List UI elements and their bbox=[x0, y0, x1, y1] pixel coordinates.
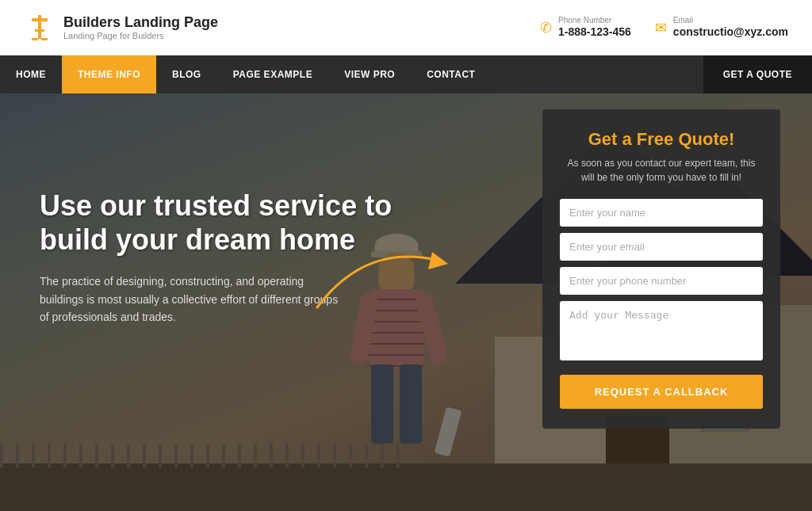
phone-number: 1-888-123-456 bbox=[558, 25, 631, 38]
logo-area: Builders Landing Page Landing Page for B… bbox=[24, 12, 218, 44]
email-contact: ✉ Email constructio@xyz.com bbox=[655, 16, 788, 39]
logo-text: Builders Landing Page Landing Page for B… bbox=[63, 14, 218, 40]
callback-button[interactable]: REQUEST A CALLBACK bbox=[560, 375, 763, 409]
nav-view-pro[interactable]: VIEW PRO bbox=[328, 55, 411, 93]
nav-theme-info[interactable]: THEME INFO bbox=[62, 55, 156, 93]
svg-rect-3 bbox=[32, 38, 38, 40]
logo-icon bbox=[24, 12, 56, 44]
nav-home[interactable]: HOME bbox=[0, 55, 62, 93]
svg-marker-5 bbox=[428, 252, 448, 269]
nav-contact[interactable]: CONTACT bbox=[411, 55, 491, 93]
nav-get-quote[interactable]: GET A QUOTE bbox=[703, 55, 812, 93]
nav-blog[interactable]: BLOG bbox=[156, 55, 217, 93]
arrow-graphic bbox=[301, 228, 460, 323]
svg-rect-4 bbox=[41, 38, 48, 40]
svg-rect-1 bbox=[32, 18, 48, 21]
nav-page-example[interactable]: PAGE EXAMPLE bbox=[217, 55, 328, 93]
hero-section: Use our trusted service to build your dr… bbox=[0, 93, 812, 511]
phone-label: Phone Number bbox=[558, 16, 631, 25]
form-subtitle: As soon as you contact our expert team, … bbox=[560, 156, 763, 185]
phone-contact: ✆ Phone Number 1-888-123-456 bbox=[540, 16, 631, 39]
message-textarea[interactable] bbox=[560, 301, 763, 360]
contact-area: ✆ Phone Number 1-888-123-456 ✉ Email con… bbox=[540, 16, 788, 39]
svg-rect-2 bbox=[35, 29, 44, 32]
name-input[interactable] bbox=[560, 199, 763, 227]
form-title: Get a Free Quote! bbox=[560, 129, 763, 150]
quote-form: Get a Free Quote! As soon as you contact… bbox=[542, 109, 780, 429]
logo-subtitle: Landing Page for Builders bbox=[63, 31, 218, 40]
email-address: constructio@xyz.com bbox=[673, 25, 788, 38]
email-info: Email constructio@xyz.com bbox=[673, 16, 788, 39]
email-label: Email bbox=[673, 16, 788, 25]
phone-info: Phone Number 1-888-123-456 bbox=[558, 16, 631, 39]
phone-icon: ✆ bbox=[540, 19, 552, 36]
main-nav: HOME THEME INFO BLOG PAGE EXAMPLE VIEW P… bbox=[0, 55, 812, 93]
email-icon: ✉ bbox=[655, 19, 667, 36]
header: Builders Landing Page Landing Page for B… bbox=[0, 0, 812, 55]
hero-description: The practice of designing, constructing,… bbox=[40, 273, 341, 326]
logo-title: Builders Landing Page bbox=[63, 14, 218, 31]
email-input[interactable] bbox=[560, 233, 763, 261]
phone-input[interactable] bbox=[560, 267, 763, 295]
